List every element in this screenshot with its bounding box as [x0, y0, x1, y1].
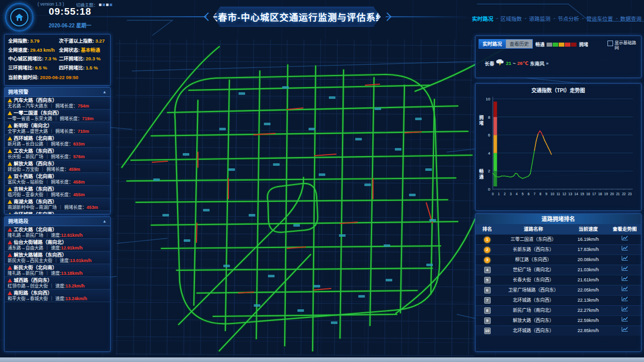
table-row[interactable]: 2 长新东路（西向东） 17.83km/h	[476, 244, 641, 255]
nav-item-5[interactable]: 数据查询	[620, 15, 641, 22]
svg-text:11: 11	[557, 192, 560, 196]
list-item[interactable]: 工农大路（东向西）长庆街→新民广场｜拥堵长度：576m	[5, 148, 110, 160]
list-item[interactable]: 新民大街（北向南）隆礼路→新民广场｜速度:13.18km/h	[5, 264, 110, 277]
collapse-icon[interactable]: ▲	[103, 217, 107, 226]
road-speed: 22.13km/h	[568, 296, 608, 305]
theme-swatch-dark[interactable]	[103, 4, 105, 6]
list-item-detail: 南湖新村中街→南湖广场｜拥堵长度：453m	[8, 205, 107, 210]
table-row[interactable]: 9 解放大路（西向东） 22.59km/h	[476, 315, 641, 325]
warning-triangle-icon	[8, 200, 12, 204]
stat-value: 3.79	[30, 38, 40, 44]
list-item[interactable]: 双十西路（北向南）富民大街→站前街｜拥堵长度：458m	[5, 173, 110, 186]
rank-badge: 6	[484, 287, 491, 294]
road-name: 长春大街（东向西）	[499, 275, 568, 285]
theme-swatch-light2[interactable]	[106, 4, 109, 6]
warning-triangle-icon	[8, 111, 12, 115]
table-row[interactable]: 10 北环城路（西向东） 22.85km/h	[476, 325, 641, 336]
basemap-checkbox[interactable]	[607, 41, 613, 46]
ranking-rows: 1 三零二国道（东向西） 16.19km/h 2 长新东路（西向东） 17.83…	[476, 234, 641, 336]
list-item-detail: 和平大街→春城大街｜速度:13.24km/h	[8, 296, 107, 302]
list-item-road: 工农大路（东向西）	[8, 149, 107, 154]
warning-triangle-icon	[8, 278, 12, 282]
list-item[interactable]: 仙台大街辅路（南向北）浦东路→自由大路｜速度:12.91km/h	[5, 239, 110, 251]
stat-item: 次干道以上指数:3.27	[59, 39, 107, 44]
ranking-title: 道路拥堵排名	[476, 214, 641, 224]
warning-triangle-icon	[8, 253, 12, 257]
trend-chart-icon[interactable]	[608, 326, 641, 336]
list-item-detail: 浦东路→自由大路｜速度:12.91km/h	[8, 245, 107, 251]
svg-text:10: 10	[551, 192, 555, 196]
list-item[interactable]: 汽车大路（西向东）无名路→汽车大路东｜拥堵长度：754m	[5, 97, 110, 110]
stat-label: 二环拥堵比:	[59, 56, 85, 61]
tpi-chart-panel: 交通指数（TPI）走势图 拥堵 畅通 024681001234567891011…	[475, 83, 641, 211]
nav-item-1[interactable]: 区域指数	[500, 15, 522, 22]
stat-value: 9.5 %	[35, 65, 47, 70]
svg-text:18: 18	[598, 192, 602, 196]
collapse-icon[interactable]: ▲	[103, 88, 107, 96]
table-row[interactable]: 6 卫星广场辅路（西向东） 22.05km/h	[476, 285, 641, 295]
list-item[interactable]: 北环城路（东向西）北人民大街→北凯旋路｜拥堵长度：436m	[5, 211, 110, 214]
stat-value: 29.43 km/h	[30, 47, 55, 53]
weather-bar: 长春 21 ~ 26℃ 东南风 »	[485, 59, 549, 67]
road-name: 长新东路（西向东）	[499, 245, 568, 255]
list-item-detail: 富民大街→站前街｜拥堵长度：458m	[8, 179, 107, 185]
list-item-detail: 全宇大路→盛世大路｜拥堵长度：710m	[8, 129, 107, 134]
list-item[interactable]: 西环城路（北向南）新月路→长白公路｜拥堵长度：633m	[5, 135, 110, 148]
list-item-road: 吉林大路（东向西）	[8, 187, 107, 192]
list-item-value: 12.91km/h	[61, 245, 83, 250]
home-button[interactable]	[5, 3, 33, 31]
trend-chart-icon[interactable]	[608, 316, 641, 325]
road-speed: 22.27km/h	[568, 306, 608, 315]
list-item[interactable]: 解放大路（西向东）建设街→万宝街｜拥堵长度：459m	[5, 160, 110, 173]
theme-swatch-light[interactable]	[99, 4, 101, 6]
trend-chart-icon[interactable]	[608, 285, 641, 295]
bottom-bar	[0, 357, 644, 362]
weather-more-link[interactable]: »	[546, 60, 549, 66]
list-item[interactable]: 南阳路（东向西）和平大街→春城大街｜速度:13.24km/h	[5, 289, 110, 302]
svg-text:17: 17	[592, 192, 596, 196]
list-item-road: 城西路（西向东）	[8, 278, 107, 283]
trend-chart-icon[interactable]	[608, 296, 641, 305]
list-item[interactable]: 新明街（南向北）全宇大路→盛世大路｜拥堵长度：710m	[5, 122, 110, 135]
road-name: 解放大路（西向东）	[499, 316, 568, 325]
list-item[interactable]: 工农大路（北向南）隆礼路→新民广场｜速度:12.61km/h	[5, 226, 110, 239]
list-item-detail: 长庆街→新民广场｜拥堵长度：576m	[8, 154, 107, 160]
table-row[interactable]: 7 北环城路（东向西） 22.13km/h	[476, 295, 641, 305]
trend-chart-icon[interactable]	[608, 306, 641, 315]
tab-realtime[interactable]: 实时路况	[479, 39, 506, 49]
table-row[interactable]: 4 世纪广场（南向北） 21.03km/h	[476, 265, 641, 275]
nav-item-4[interactable]: 营运车位置	[586, 15, 613, 22]
warning-triangle-icon	[8, 291, 12, 295]
list-item[interactable]: 一零二国道（东向西）一零一省道→东荣大路｜拥堵长度：719m	[5, 110, 110, 122]
list-item[interactable]: 解放大路辅路（东向西）新民大街→西民主大街｜速度:13.01km/h	[5, 251, 110, 264]
list-item[interactable]: 城西路（西向东）红领巾路→创业大街｜速度:13.2km/h	[5, 277, 110, 289]
svg-text:16: 16	[586, 192, 590, 196]
trend-chart-icon[interactable]	[608, 265, 641, 275]
trend-chart-icon[interactable]	[608, 255, 641, 265]
nav-item-0[interactable]: 实时路况	[472, 15, 493, 22]
table-row[interactable]: 1 三零二国道（东向西） 16.19km/h	[476, 234, 641, 244]
temp-low: 21	[506, 60, 512, 66]
list-item-value: 13.2km/h	[65, 283, 85, 288]
tab-history[interactable]: 查看历史	[506, 39, 533, 49]
trend-chart-icon[interactable]	[608, 275, 641, 285]
yaxis-label-congested: 拥堵	[479, 115, 485, 126]
legend-color-block	[571, 43, 577, 47]
theme-swatch-dark2[interactable]	[110, 4, 112, 6]
svg-text:6: 6	[528, 192, 530, 196]
table-row[interactable]: 8 新民广场（南向北） 22.27km/h	[476, 305, 641, 315]
table-row[interactable]: 5 长春大街（东向西） 21.61km/h	[476, 275, 641, 285]
network-stats-panel: 全网指数:3.79次干道以上指数:3.27全网速度:29.43 km/h全网状态…	[4, 34, 111, 86]
nav-item-2[interactable]: 道路监测	[529, 15, 551, 22]
list-item[interactable]: 南湖大路（东向西）南湖新村中街→南湖广场｜拥堵长度：453m	[5, 198, 110, 211]
svg-text:22: 22	[622, 192, 626, 196]
table-row[interactable]: 3 柳江路（东向西） 20.08km/h	[476, 255, 641, 265]
trend-chart-icon[interactable]	[608, 235, 641, 244]
list-item-road: 南阳路（东向西）	[8, 291, 107, 296]
nav-separator	[616, 18, 618, 19]
trend-chart-icon[interactable]	[608, 245, 641, 255]
list-item[interactable]: 吉林大路（东向西）临河街→亚泰大街｜拥堵长度：455m	[5, 186, 110, 198]
nav-item-3[interactable]: 节点分析	[558, 15, 579, 22]
list-item-road: 西环城路（北向南）	[8, 136, 107, 141]
stat-label: 次干道以上指数:	[59, 38, 94, 44]
